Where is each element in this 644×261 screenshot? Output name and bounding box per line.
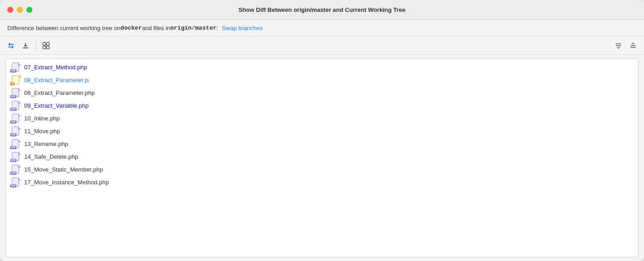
toolbar-right — [612, 39, 639, 52]
svg-rect-4 — [47, 46, 49, 49]
php-file-icon: PHP — [11, 126, 21, 136]
minimize-button[interactable] — [17, 7, 23, 13]
file-name: 13_Rename.php — [24, 141, 68, 147]
info-colon: : — [217, 25, 218, 31]
php-file-icon: PHP — [11, 113, 21, 123]
file-name: 15_Move_Static_Member.php — [24, 166, 103, 173]
traffic-lights — [7, 7, 32, 13]
grid-button[interactable] — [40, 39, 52, 52]
download-button[interactable] — [19, 39, 32, 52]
file-name: 08_Extract_Parameter.php — [24, 89, 95, 96]
php-file-icon: PHP — [11, 139, 21, 149]
php-file-icon: PHP — [11, 164, 21, 174]
file-name: 14_Safe_Delete.php — [24, 153, 78, 160]
info-bar: Difference between current working tree … — [0, 20, 644, 37]
js-file-icon: JS — [11, 75, 21, 85]
list-item[interactable]: PHP 09_Extract_Variable.php — [6, 99, 638, 112]
expand-all-button[interactable] — [627, 39, 639, 52]
list-item[interactable]: PHP 10_Inline.php — [6, 112, 638, 125]
svg-rect-1 — [43, 42, 46, 45]
file-name: 09_Extract_Variable.php — [24, 102, 88, 109]
toolbar-divider — [36, 41, 36, 50]
diff-icon — [7, 42, 15, 50]
php-file-icon: PHP — [11, 88, 21, 98]
list-item[interactable]: PHP 13_Rename.php — [6, 137, 638, 150]
list-item[interactable]: PHP 07_Extract_Method.php — [6, 61, 638, 73]
expand-all-icon — [629, 42, 637, 50]
list-item[interactable]: PHP 17_Move_Instance_Method.php — [6, 176, 638, 188]
remote-branch: origin/master — [170, 25, 216, 31]
list-item[interactable]: JS 08_Extract_Parameter.js — [6, 73, 638, 86]
svg-rect-0 — [23, 47, 28, 48]
toolbar — [0, 37, 644, 55]
list-item[interactable]: PHP 15_Move_Static_Member.php — [6, 163, 638, 176]
info-prefix: Difference between current working tree … — [7, 25, 120, 31]
file-name: 07_Extract_Method.php — [24, 64, 87, 71]
download-icon — [21, 42, 30, 50]
list-item[interactable]: PHP 08_Extract_Parameter.php — [6, 86, 638, 99]
arrow-diff-button[interactable] — [5, 39, 17, 52]
collapse-all-button[interactable] — [612, 39, 625, 52]
local-branch: docker — [120, 25, 142, 31]
file-name: 17_Move_Instance_Method.php — [24, 179, 109, 186]
window-title: Show Diff Between origin/master and Curr… — [239, 6, 405, 13]
file-list: PHP 07_Extract_Method.php JS 08_Extract_… — [6, 59, 638, 190]
maximize-button[interactable] — [26, 7, 32, 13]
file-name: 08_Extract_Parameter.js — [24, 77, 89, 84]
svg-rect-3 — [43, 46, 46, 49]
title-bar: Show Diff Between origin/master and Curr… — [0, 0, 644, 20]
swap-branches-link[interactable]: Swap branches — [222, 25, 263, 31]
grid-icon — [42, 42, 50, 50]
close-button[interactable] — [7, 7, 13, 13]
file-list-container[interactable]: PHP 07_Extract_Method.php JS 08_Extract_… — [5, 58, 639, 257]
main-window: Show Diff Between origin/master and Curr… — [0, 0, 644, 261]
file-name: 10_Inline.php — [24, 115, 60, 122]
php-file-icon: PHP — [11, 177, 21, 187]
svg-rect-2 — [47, 42, 49, 45]
list-item[interactable]: PHP 11_Move.php — [6, 125, 638, 137]
list-item[interactable]: PHP 14_Safe_Delete.php — [6, 150, 638, 163]
php-file-icon: PHP — [11, 151, 21, 162]
php-file-icon: PHP — [11, 100, 21, 110]
php-file-icon: PHP — [11, 62, 21, 72]
file-name: 11_Move.php — [24, 128, 60, 135]
collapse-all-icon — [614, 42, 623, 50]
info-middle: and files in — [142, 25, 170, 31]
